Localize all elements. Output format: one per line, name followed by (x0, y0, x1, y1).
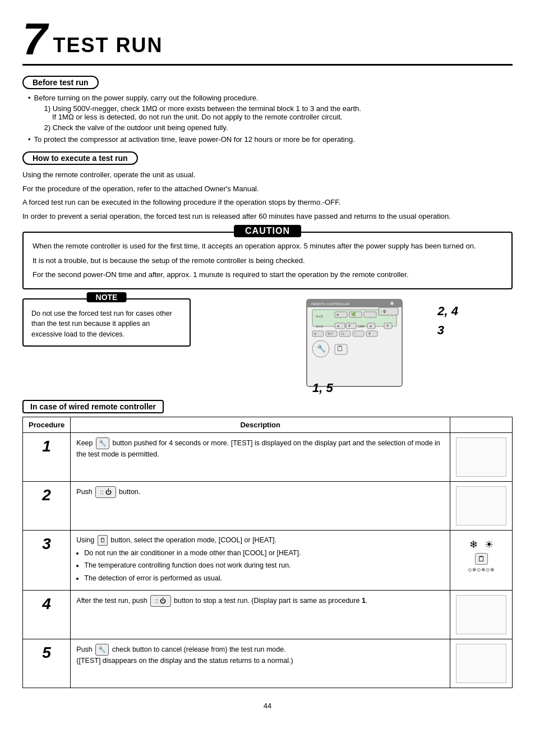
power-button-inline: :: ⏻ (95, 486, 116, 498)
diagram-area: REMOTE CONTROLLER ⊙+⊙ ✻ 🌿 ⊙+⊙ ▲ (202, 298, 513, 390)
svg-text:🌿: 🌿 (351, 312, 356, 317)
table-row: 2 Push :: ⏻ button. (23, 481, 513, 530)
page-header: 7 TEST RUN (22, 17, 513, 66)
proc-image-5 (450, 639, 513, 688)
proc-image-2-inner (456, 486, 506, 525)
proc-image-2 (450, 481, 513, 530)
proc-image-5-inner (456, 644, 506, 683)
how-to-p4: In order to prevent a serial operation, … (22, 211, 513, 222)
page-number: 44 (264, 702, 271, 710)
svg-rect-10 (364, 312, 376, 317)
svg-text:SET: SET (328, 332, 333, 335)
note-text: Do not use the forced test run for cases… (31, 308, 182, 340)
proc3-bullet-1: Do not run the air conditioner in a mode… (84, 548, 444, 559)
proc3-mode-btn: 🗒 (475, 553, 488, 565)
note-title: NOTE (87, 292, 127, 302)
col-procedure: Procedure (23, 417, 71, 432)
how-to-p1: Using the remote controller, operate the… (22, 169, 513, 181)
caution-p1: When the remote controller is used for t… (33, 241, 502, 252)
caution-p2: It is not a trouble, but is because the … (33, 255, 502, 266)
svg-text::: ⏻: :: ⏻ (380, 310, 386, 313)
caution-title: CAUTION (234, 225, 301, 237)
table-row: 4 After the test run, push :: ⏻ button t… (23, 591, 513, 639)
proc3-bullet-3: The detection of error is performed as u… (84, 573, 444, 584)
svg-text:⊞: ⊞ (314, 332, 316, 335)
svg-text:⊙+⊙: ⊙+⊙ (316, 315, 323, 318)
col-description: Description (71, 417, 450, 432)
proc-image-4 (450, 591, 513, 639)
bullet-item-2: • To protect the compressor at activatio… (28, 135, 513, 144)
proc-desc-3: Using 🗒 button, select the operation mod… (71, 530, 450, 591)
procedure-table: Procedure Description 1 Keep 🔧 button pu… (22, 417, 513, 689)
svg-text:UNIT: UNIT (358, 325, 365, 328)
wrench-button-inline-5: 🔧 (95, 644, 109, 656)
proc-desc-1: Keep 🔧 button pushed for 4 seconds or mo… (71, 432, 450, 481)
how-to-p2: For the procedure of the operation, refe… (22, 183, 513, 195)
how-to-execute-section: How to execute a test run Using the remo… (22, 151, 513, 222)
svg-text:▲: ▲ (369, 324, 372, 328)
mode-button-inline: 🗒 (98, 535, 108, 546)
wired-controller-header: In case of wired remote controller (22, 400, 164, 413)
snowflake-icon: ❄ (469, 538, 478, 551)
col-image (450, 417, 513, 432)
proc-image-1-inner (456, 437, 506, 477)
proc-num-2: 2 (23, 481, 71, 530)
proc-desc-5: Push 🔧 check button to cancel (release f… (71, 639, 450, 688)
table-row: 1 Keep 🔧 button pushed for 4 seconds or … (23, 432, 513, 481)
chapter-number: 7 (22, 17, 48, 62)
table-row: 3 Using 🗒 button, select the operation m… (23, 530, 513, 591)
diagram-label-15: 1, 5 (312, 381, 333, 395)
how-to-p3: A forced test run can be executed in the… (22, 197, 513, 208)
proc-num-3: 3 (23, 530, 71, 591)
svg-text:REMOTE CONTROLLER: REMOTE CONTROLLER (311, 302, 350, 306)
proc-image-4-inner (456, 595, 506, 634)
power-button-inline-4: :: ⏻ (150, 595, 170, 607)
sub-item-2: 2) Check the valve of the outdoor unit b… (44, 123, 361, 132)
sun-icon: ☀ (485, 538, 494, 551)
wired-controller-section: In case of wired remote controller Proce… (22, 400, 513, 689)
proc-image-3: ❄ ☀ 🗒 ⊙✻⊙✻⊙✻ (450, 530, 513, 591)
svg-text:✻: ✻ (336, 313, 339, 316)
note-diagram-section: NOTE Do not use the forced test run for … (22, 298, 513, 390)
proc-num-5: 5 (23, 639, 71, 688)
proc3-icons: ❄ ☀ (469, 538, 494, 551)
before-test-run-section: Before test run • Before turning on the … (22, 76, 513, 144)
svg-text:▼: ▼ (368, 332, 371, 335)
caution-p3: For the second power-ON time and after, … (33, 269, 502, 280)
svg-text:▼: ▼ (386, 324, 389, 328)
proc-image-1 (450, 432, 513, 481)
before-test-run-header: Before test run (22, 76, 99, 89)
how-to-execute-header: How to execute a test run (22, 151, 138, 165)
chapter-title: TEST RUN (53, 34, 163, 62)
page-footer: 44 (22, 702, 513, 710)
bullet-text-2: To protect the compressor at activation … (34, 135, 355, 144)
caution-box: CAUTION When the remote controller is us… (22, 232, 513, 289)
diagram-label-3: 3 (437, 323, 444, 338)
bullet-text-1: Before turning on the power supply, carr… (34, 94, 259, 102)
note-box: NOTE Do not use the forced test run for … (22, 298, 191, 347)
diagram-label-24: 2, 4 (437, 304, 458, 319)
svg-text:⊙+⊙: ⊙+⊙ (316, 325, 323, 328)
svg-text:▲: ▲ (336, 324, 340, 328)
proc-desc-2: Push :: ⏻ button. (71, 481, 450, 530)
svg-text:🗒: 🗒 (336, 344, 344, 353)
table-row: 5 Push 🔧 check button to cancel (release… (23, 639, 513, 688)
svg-text:🔧: 🔧 (317, 344, 326, 353)
proc3-bottom-icons: ⊙✻⊙✻⊙✻ (468, 567, 495, 573)
proc3-bullet-2: The temperature controlling function doe… (84, 560, 444, 571)
proc-num-1: 1 (23, 432, 71, 481)
svg-text:CL: CL (341, 332, 345, 335)
remote-controller-diagram: REMOTE CONTROLLER ⊙+⊙ ✻ 🌿 ⊙+⊙ ▲ (301, 298, 413, 388)
svg-text:▼: ▼ (348, 324, 351, 328)
sub-item-1: 1) Using 500V-megger, check 1MΩ or more … (44, 104, 361, 121)
page-container: 7 TEST RUN Before test run • Before turn… (22, 17, 513, 710)
svg-point-3 (390, 302, 394, 305)
bullet-item-1: • Before turning on the power supply, ca… (28, 94, 513, 132)
proc-num-4: 4 (23, 591, 71, 639)
wrench-button-inline: 🔧 (96, 437, 109, 449)
proc-desc-4: After the test run, push :: ⏻ button to … (71, 591, 450, 639)
table-header-row: Procedure Description (23, 417, 513, 432)
